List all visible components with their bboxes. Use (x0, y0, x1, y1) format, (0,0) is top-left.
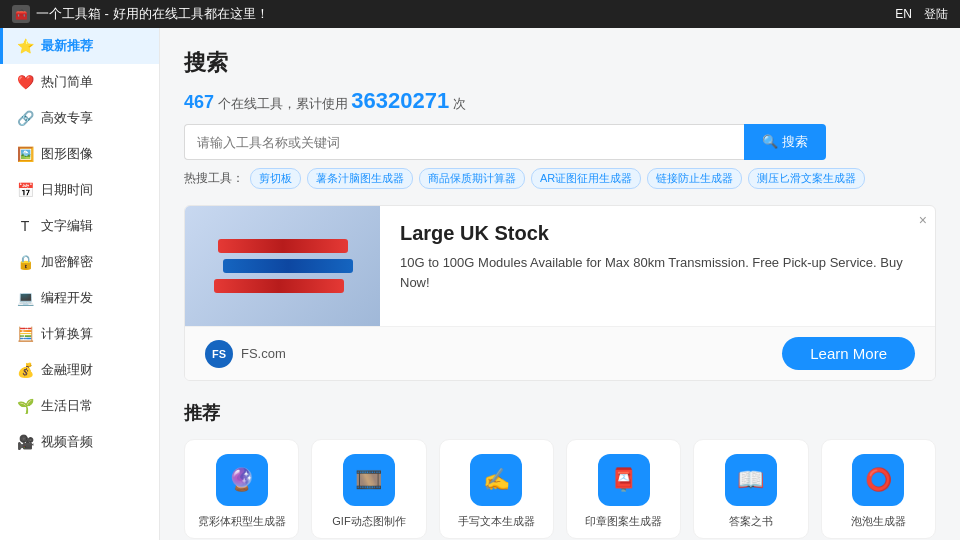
sidebar-item-video[interactable]: 🎥视频音频 (0, 424, 159, 460)
sidebar-label-calc: 计算换算 (41, 325, 93, 343)
tool-name-gif: GIF动态图制作 (332, 514, 405, 528)
sidebar-label-text: 文字编辑 (41, 217, 93, 235)
topbar: 🧰 一个工具箱 - 好用的在线工具都在这里！ EN 登陆 (0, 0, 960, 28)
sidebar-label-video: 视频音频 (41, 433, 93, 451)
stats-mid: 个在线工具，累计使用 (218, 96, 348, 111)
tool-item-stamp[interactable]: 📮 印章图案生成器 (566, 439, 681, 539)
ad-brand: FS FS.com (205, 340, 286, 368)
sidebar-label-finance: 金融理财 (41, 361, 93, 379)
sidebar-label-life: 生活日常 (41, 397, 93, 415)
recommend-section: 推荐 🔮 霓彩体积型生成器 🎞️ GIF动态图制作 ✍️ 手写文本生成器 📮 印… (184, 401, 936, 540)
brand-logo-icon: FS (205, 340, 233, 368)
tool-item-dots[interactable]: ⭕ 泡泡生成器 (821, 439, 936, 539)
tool-icon-gif: 🎞️ (343, 454, 395, 506)
hot-tag[interactable]: 薯条汁脑图生成器 (307, 168, 413, 189)
stats-bar: 467 个在线工具，累计使用 36320271 次 (184, 88, 936, 114)
tool-name-emoji: 霓彩体积型生成器 (198, 514, 286, 528)
sidebar-icon-finance: 💰 (17, 362, 33, 378)
search-section: 搜索 467 个在线工具，累计使用 36320271 次 🔍 搜索 热搜工具： … (184, 48, 936, 189)
topbar-left: 🧰 一个工具箱 - 好用的在线工具都在这里！ (12, 5, 269, 23)
tool-icon-handwrite: ✍️ (470, 454, 522, 506)
sidebar-item-favorites[interactable]: ❤️热门简单 (0, 64, 159, 100)
sidebar-icon-life: 🌱 (17, 398, 33, 414)
tool-name-dots: 泡泡生成器 (851, 514, 906, 528)
ad-image (185, 206, 380, 326)
hot-tag[interactable]: 剪切板 (250, 168, 301, 189)
hot-tools-bar: 热搜工具： 剪切板薯条汁脑图生成器商品保质期计算器AR证图征用生成器链接防止生成… (184, 168, 936, 189)
search-title: 搜索 (184, 48, 936, 78)
sidebar-item-encrypt[interactable]: 🔒加密解密 (0, 244, 159, 280)
sidebar-icon-image: 🖼️ (17, 146, 33, 162)
sidebar-icon-diary: 📅 (17, 182, 33, 198)
sidebar-label-image: 图形图像 (41, 145, 93, 163)
tool-icon-emoji: 🔮 (216, 454, 268, 506)
sidebar-icon-video: 🎥 (17, 434, 33, 450)
sidebar-item-image[interactable]: 🖼️图形图像 (0, 136, 159, 172)
sidebar-label-diary: 日期时间 (41, 181, 93, 199)
sidebar-icon-recommend: ⭐ (17, 38, 33, 54)
tool-icon-dots: ⭕ (852, 454, 904, 506)
sidebar-item-calc[interactable]: 🧮计算换算 (0, 316, 159, 352)
hot-tools-label: 热搜工具： (184, 170, 244, 187)
hot-tag[interactable]: AR证图征用生成器 (531, 168, 641, 189)
search-button[interactable]: 🔍 搜索 (744, 124, 826, 160)
sidebar-label-share: 高效专享 (41, 109, 93, 127)
learn-more-button[interactable]: Learn More (782, 337, 915, 370)
ad-title: Large UK Stock (400, 222, 915, 245)
main-layout: ⭐最新推荐❤️热门简单🔗高效专享🖼️图形图像📅日期时间T文字编辑🔒加密解密💻编程… (0, 28, 960, 540)
sidebar-icon-code: 💻 (17, 290, 33, 306)
sidebar-label-code: 编程开发 (41, 289, 93, 307)
sidebar-label-encrypt: 加密解密 (41, 253, 93, 271)
tool-icon-book: 📖 (725, 454, 777, 506)
recommend-title: 推荐 (184, 401, 936, 425)
login-link[interactable]: 登陆 (924, 6, 948, 23)
brand-name: FS.com (241, 346, 286, 361)
topbar-right: EN 登陆 (895, 6, 948, 23)
topbar-title: 一个工具箱 - 好用的在线工具都在这里！ (36, 5, 269, 23)
sidebar-item-text[interactable]: T文字编辑 (0, 208, 159, 244)
sidebar-icon-favorites: ❤️ (17, 74, 33, 90)
sidebar-item-life[interactable]: 🌱生活日常 (0, 388, 159, 424)
sidebar-item-diary[interactable]: 📅日期时间 (0, 172, 159, 208)
sidebar-icon-calc: 🧮 (17, 326, 33, 342)
hot-tag[interactable]: 链接防止生成器 (647, 168, 742, 189)
hot-tag[interactable]: 测压匕滑文案生成器 (748, 168, 865, 189)
tool-name-book: 答案之书 (729, 514, 773, 528)
topbar-logo-icon: 🧰 (12, 5, 30, 23)
sidebar-label-recommend: 最新推荐 (41, 37, 93, 55)
sidebar-icon-text: T (17, 218, 33, 234)
main-content: 搜索 467 个在线工具，累计使用 36320271 次 🔍 搜索 热搜工具： … (160, 28, 960, 540)
search-row: 🔍 搜索 (184, 124, 936, 160)
search-input[interactable] (184, 124, 744, 160)
tool-item-book[interactable]: 📖 答案之书 (693, 439, 808, 539)
tool-name-handwrite: 手写文本生成器 (458, 514, 535, 528)
sidebar-item-share[interactable]: 🔗高效专享 (0, 100, 159, 136)
ad-close-button[interactable]: × (919, 212, 927, 228)
sidebar-item-code[interactable]: 💻编程开发 (0, 280, 159, 316)
sidebar-label-favorites: 热门简单 (41, 73, 93, 91)
ad-footer: FS FS.com Learn More (185, 326, 935, 380)
ad-banner: Large UK Stock 10G to 100G Modules Avail… (184, 205, 936, 381)
stats-total: 36320271 (351, 88, 449, 113)
sidebar-item-recommend[interactable]: ⭐最新推荐 (0, 28, 159, 64)
tool-name-stamp: 印章图案生成器 (585, 514, 662, 528)
sidebar-item-finance[interactable]: 💰金融理财 (0, 352, 159, 388)
sidebar: ⭐最新推荐❤️热门简单🔗高效专享🖼️图形图像📅日期时间T文字编辑🔒加密解密💻编程… (0, 28, 160, 540)
sidebar-icon-share: 🔗 (17, 110, 33, 126)
tool-item-emoji[interactable]: 🔮 霓彩体积型生成器 (184, 439, 299, 539)
tools-grid: 🔮 霓彩体积型生成器 🎞️ GIF动态图制作 ✍️ 手写文本生成器 📮 印章图案… (184, 439, 936, 540)
tool-icon-stamp: 📮 (598, 454, 650, 506)
tool-item-gif[interactable]: 🎞️ GIF动态图制作 (311, 439, 426, 539)
hot-tag[interactable]: 商品保质期计算器 (419, 168, 525, 189)
tool-item-handwrite[interactable]: ✍️ 手写文本生成器 (439, 439, 554, 539)
lang-switch[interactable]: EN (895, 7, 912, 21)
ad-desc: 10G to 100G Modules Available for Max 80… (400, 253, 915, 292)
stats-suffix: 次 (453, 96, 466, 111)
stats-count: 467 (184, 92, 214, 112)
sidebar-icon-encrypt: 🔒 (17, 254, 33, 270)
ad-content: Large UK Stock 10G to 100G Modules Avail… (380, 206, 935, 326)
